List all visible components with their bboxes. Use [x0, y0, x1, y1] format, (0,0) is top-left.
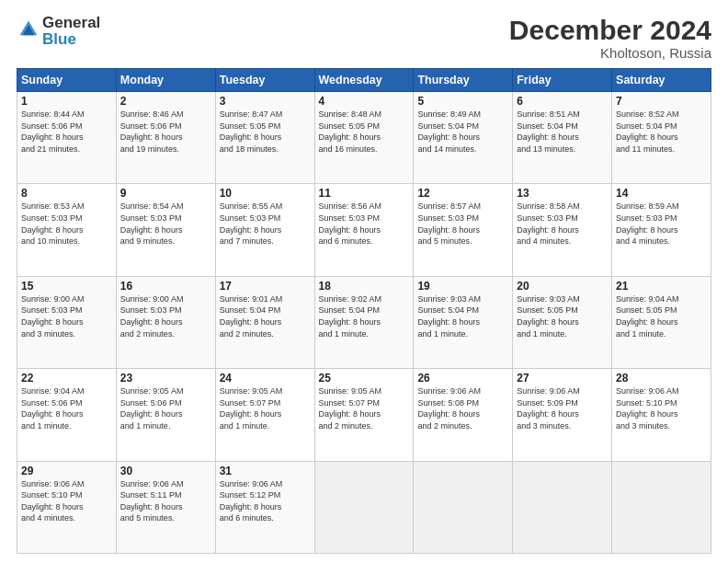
day-cell: 27Sunrise: 9:06 AMSunset: 5:09 PMDayligh… [513, 369, 612, 461]
day-detail: Sunrise: 9:06 AMSunset: 5:10 PMDaylight:… [21, 478, 112, 524]
day-number: 18 [319, 280, 410, 293]
day-cell: 31Sunrise: 9:06 AMSunset: 5:12 PMDayligh… [215, 461, 314, 553]
day-detail: Sunrise: 8:54 AMSunset: 5:03 PMDaylight:… [120, 201, 211, 247]
weekday-header-friday: Friday [513, 69, 612, 92]
day-number: 6 [517, 95, 608, 108]
day-number: 9 [120, 187, 211, 200]
weekday-header-monday: Monday [116, 69, 215, 92]
day-detail: Sunrise: 8:58 AMSunset: 5:03 PMDaylight:… [517, 201, 608, 247]
day-cell: 15Sunrise: 9:00 AMSunset: 5:03 PMDayligh… [17, 276, 117, 368]
day-number: 12 [417, 187, 508, 200]
day-detail: Sunrise: 8:48 AMSunset: 5:05 PMDaylight:… [319, 109, 410, 155]
day-cell: 7Sunrise: 8:52 AMSunset: 5:04 PMDaylight… [612, 92, 711, 184]
logo-blue: Blue [42, 31, 100, 48]
day-cell [314, 461, 414, 553]
calendar-header: SundayMondayTuesdayWednesdayThursdayFrid… [17, 69, 711, 92]
day-detail: Sunrise: 8:51 AMSunset: 5:04 PMDaylight:… [517, 109, 608, 155]
day-cell: 20Sunrise: 9:03 AMSunset: 5:05 PMDayligh… [513, 276, 612, 368]
day-detail: Sunrise: 8:59 AMSunset: 5:03 PMDaylight:… [616, 201, 707, 247]
day-number: 7 [616, 95, 707, 108]
day-detail: Sunrise: 9:03 AMSunset: 5:04 PMDaylight:… [417, 293, 508, 339]
week-row-3: 15Sunrise: 9:00 AMSunset: 5:03 PMDayligh… [17, 276, 711, 368]
weekday-header-row: SundayMondayTuesdayWednesdayThursdayFrid… [17, 69, 711, 92]
day-cell: 13Sunrise: 8:58 AMSunset: 5:03 PMDayligh… [513, 184, 612, 276]
day-cell: 14Sunrise: 8:59 AMSunset: 5:03 PMDayligh… [612, 184, 711, 276]
day-detail: Sunrise: 9:06 AMSunset: 5:10 PMDaylight:… [616, 385, 707, 431]
day-detail: Sunrise: 8:49 AMSunset: 5:04 PMDaylight:… [417, 109, 508, 155]
day-detail: Sunrise: 8:52 AMSunset: 5:04 PMDaylight:… [616, 109, 707, 155]
week-row-4: 22Sunrise: 9:04 AMSunset: 5:06 PMDayligh… [17, 369, 711, 461]
day-number: 8 [21, 187, 112, 200]
day-number: 13 [517, 187, 608, 200]
day-detail: Sunrise: 9:05 AMSunset: 5:07 PMDaylight:… [220, 385, 311, 431]
weekday-header-saturday: Saturday [612, 69, 711, 92]
day-number: 24 [220, 372, 311, 385]
logo: General Blue [17, 15, 100, 48]
day-number: 4 [319, 95, 410, 108]
day-detail: Sunrise: 8:46 AMSunset: 5:06 PMDaylight:… [120, 109, 211, 155]
day-number: 3 [220, 95, 311, 108]
weekday-header-wednesday: Wednesday [314, 69, 414, 92]
day-number: 23 [120, 372, 211, 385]
day-number: 17 [220, 280, 311, 293]
day-detail: Sunrise: 9:05 AMSunset: 5:06 PMDaylight:… [120, 385, 211, 431]
day-cell: 29Sunrise: 9:06 AMSunset: 5:10 PMDayligh… [17, 461, 117, 553]
day-cell: 8Sunrise: 8:53 AMSunset: 5:03 PMDaylight… [17, 184, 117, 276]
day-cell: 22Sunrise: 9:04 AMSunset: 5:06 PMDayligh… [17, 369, 117, 461]
day-cell: 3Sunrise: 8:47 AMSunset: 5:05 PMDaylight… [215, 92, 314, 184]
day-number: 2 [120, 95, 211, 108]
day-number: 19 [417, 280, 508, 293]
logo-icon [18, 19, 39, 40]
day-number: 14 [616, 187, 707, 200]
day-cell: 16Sunrise: 9:00 AMSunset: 5:03 PMDayligh… [116, 276, 215, 368]
day-detail: Sunrise: 9:05 AMSunset: 5:07 PMDaylight:… [319, 385, 410, 431]
day-number: 25 [319, 372, 410, 385]
day-detail: Sunrise: 8:44 AMSunset: 5:06 PMDaylight:… [21, 109, 112, 155]
day-number: 27 [517, 372, 608, 385]
day-cell: 5Sunrise: 8:49 AMSunset: 5:04 PMDaylight… [414, 92, 513, 184]
day-detail: Sunrise: 9:04 AMSunset: 5:06 PMDaylight:… [21, 385, 112, 431]
day-number: 28 [616, 372, 707, 385]
day-cell: 4Sunrise: 8:48 AMSunset: 5:05 PMDaylight… [314, 92, 414, 184]
day-number: 5 [417, 95, 508, 108]
day-number: 26 [417, 372, 508, 385]
day-cell: 25Sunrise: 9:05 AMSunset: 5:07 PMDayligh… [314, 369, 414, 461]
location-title: Kholtoson, Russia [509, 45, 711, 61]
day-detail: Sunrise: 9:06 AMSunset: 5:12 PMDaylight:… [220, 478, 311, 524]
day-number: 16 [120, 280, 211, 293]
day-cell: 17Sunrise: 9:01 AMSunset: 5:04 PMDayligh… [215, 276, 314, 368]
day-detail: Sunrise: 8:55 AMSunset: 5:03 PMDaylight:… [220, 201, 311, 247]
day-detail: Sunrise: 9:06 AMSunset: 5:08 PMDaylight:… [417, 385, 508, 431]
header-row: General Blue December 2024 Kholtoson, Ru… [17, 15, 711, 61]
day-cell: 18Sunrise: 9:02 AMSunset: 5:04 PMDayligh… [314, 276, 414, 368]
day-cell: 30Sunrise: 9:06 AMSunset: 5:11 PMDayligh… [116, 461, 215, 553]
day-detail: Sunrise: 9:03 AMSunset: 5:05 PMDaylight:… [517, 293, 608, 339]
day-cell [414, 461, 513, 553]
day-detail: Sunrise: 9:06 AMSunset: 5:11 PMDaylight:… [120, 478, 211, 524]
day-detail: Sunrise: 9:02 AMSunset: 5:04 PMDaylight:… [319, 293, 410, 339]
day-number: 29 [21, 465, 112, 477]
day-cell: 11Sunrise: 8:56 AMSunset: 5:03 PMDayligh… [314, 184, 414, 276]
day-number: 20 [517, 280, 608, 293]
day-cell: 6Sunrise: 8:51 AMSunset: 5:04 PMDaylight… [513, 92, 612, 184]
page: General Blue December 2024 Kholtoson, Ru… [0, 0, 728, 563]
day-cell: 12Sunrise: 8:57 AMSunset: 5:03 PMDayligh… [414, 184, 513, 276]
calendar-table: SundayMondayTuesdayWednesdayThursdayFrid… [17, 68, 711, 554]
weekday-header-thursday: Thursday [414, 69, 513, 92]
day-number: 30 [120, 465, 211, 477]
day-detail: Sunrise: 8:47 AMSunset: 5:05 PMDaylight:… [220, 109, 311, 155]
day-number: 22 [21, 372, 112, 385]
day-detail: Sunrise: 8:56 AMSunset: 5:03 PMDaylight:… [319, 201, 410, 247]
logo-general: General [42, 15, 100, 31]
day-number: 10 [220, 187, 311, 200]
day-cell: 1Sunrise: 8:44 AMSunset: 5:06 PMDaylight… [17, 92, 117, 184]
day-cell: 23Sunrise: 9:05 AMSunset: 5:06 PMDayligh… [116, 369, 215, 461]
day-detail: Sunrise: 8:53 AMSunset: 5:03 PMDaylight:… [21, 201, 112, 247]
day-number: 31 [220, 465, 311, 477]
week-row-2: 8Sunrise: 8:53 AMSunset: 5:03 PMDaylight… [17, 184, 711, 276]
day-cell [513, 461, 612, 553]
day-detail: Sunrise: 9:06 AMSunset: 5:09 PMDaylight:… [517, 385, 608, 431]
title-block: December 2024 Kholtoson, Russia [509, 15, 711, 61]
day-cell: 26Sunrise: 9:06 AMSunset: 5:08 PMDayligh… [414, 369, 513, 461]
day-detail: Sunrise: 8:57 AMSunset: 5:03 PMDaylight:… [417, 201, 508, 247]
